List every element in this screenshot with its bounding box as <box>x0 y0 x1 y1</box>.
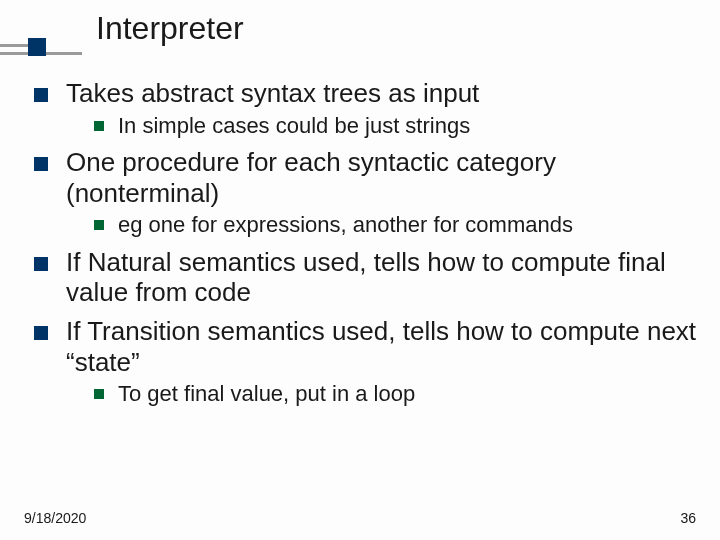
bullet-text: eg one for expressions, another for comm… <box>118 212 573 238</box>
footer-date: 9/18/2020 <box>24 510 86 526</box>
bullet-text: One procedure for each syntactic categor… <box>66 147 700 208</box>
square-bullet-icon <box>34 88 48 102</box>
bullet-text: To get final value, put in a loop <box>118 381 415 407</box>
bullet-level1: Takes abstract syntax trees as input <box>34 78 700 109</box>
bullet-level2: eg one for expressions, another for comm… <box>94 212 700 238</box>
bullet-level1: One procedure for each syntactic categor… <box>34 147 700 208</box>
square-bullet-icon <box>94 220 104 230</box>
bullet-level1: If Transition semantics used, tells how … <box>34 316 700 377</box>
bullet-level1: If Natural semantics used, tells how to … <box>34 247 700 308</box>
bullet-level2: To get final value, put in a loop <box>94 381 700 407</box>
square-bullet-icon <box>34 326 48 340</box>
square-bullet-icon <box>34 157 48 171</box>
title-bullet-square <box>28 38 46 56</box>
square-bullet-icon <box>94 389 104 399</box>
slide-title: Interpreter <box>0 10 720 47</box>
bullet-text: If Natural semantics used, tells how to … <box>66 247 700 308</box>
bullet-text: In simple cases could be just strings <box>118 113 470 139</box>
bullet-text: If Transition semantics used, tells how … <box>66 316 700 377</box>
slide-footer: 9/18/2020 36 <box>24 510 696 526</box>
footer-page-number: 36 <box>680 510 696 526</box>
square-bullet-icon <box>34 257 48 271</box>
slide-title-area: Interpreter <box>0 10 720 47</box>
slide-body: Takes abstract syntax trees as input In … <box>34 70 700 408</box>
bullet-level2: In simple cases could be just strings <box>94 113 700 139</box>
square-bullet-icon <box>94 121 104 131</box>
bullet-text: Takes abstract syntax trees as input <box>66 78 479 109</box>
